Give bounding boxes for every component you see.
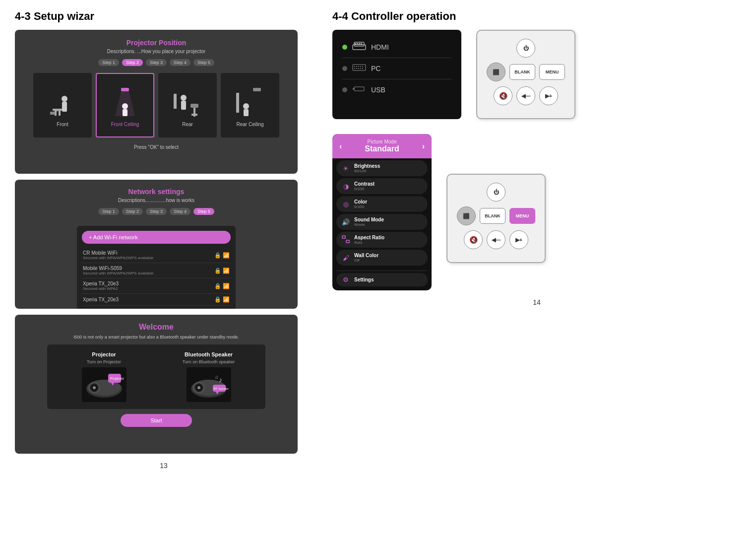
svg-point-33	[197, 386, 200, 389]
front-ceiling-icon	[110, 84, 140, 119]
add-wifi-label: + Add Wi-Fi network	[89, 234, 138, 240]
wifi-item-1[interactable]: CR Mobile WiFi Secured with WPA/WPA2WPS …	[82, 248, 231, 263]
pic-item-color[interactable]: ◎ Color 0/100	[336, 196, 428, 212]
aspect-ratio-icon	[341, 235, 350, 245]
aspect-ratio-name: Aspect Ratio	[354, 235, 423, 240]
pc-dot	[342, 66, 347, 71]
remote2-mute-button[interactable]: 🔇	[464, 230, 483, 249]
svg-rect-13	[191, 114, 197, 116]
hdmi-item-usb[interactable]: USB	[342, 79, 451, 100]
pic-item-settings[interactable]: ⚙ Settings	[336, 273, 428, 286]
sound-mode-value: Movie	[354, 222, 423, 227]
proj-pos-rear-label: Rear	[182, 122, 193, 127]
pic-item-wall-color[interactable]: 🖌 Wall Color Off	[336, 250, 428, 266]
right-top: HDMI	[332, 30, 741, 119]
remote2-source-button[interactable]: ⬛	[457, 206, 476, 225]
remote1-source-button[interactable]: ⬛	[487, 63, 505, 81]
proj-pos-front[interactable]: Front	[33, 73, 92, 137]
remote1-menu-button[interactable]: MENU	[539, 64, 565, 80]
add-wifi-button[interactable]: + Add Wi-Fi network	[82, 231, 231, 244]
svg-rect-54	[360, 68, 361, 69]
screen3-welcome: Welcome i500 is not only a smart project…	[15, 315, 298, 454]
step4-pill[interactable]: Step 4	[170, 59, 190, 66]
svg-rect-41	[355, 43, 356, 45]
remote-2: ⏻ ⬛ BLANK MENU 🔇 ◀— ▶+	[446, 174, 546, 263]
pic-mode-label: Picture Mode	[365, 139, 399, 144]
pic-item-sound-mode[interactable]: 🔊 Sound Mode Movie	[336, 214, 428, 230]
svg-point-17	[243, 103, 249, 109]
svg-rect-42	[357, 43, 358, 45]
svg-rect-52	[356, 68, 357, 69]
remote1-blank-button[interactable]: BLANK	[509, 64, 535, 80]
wifi-item-4[interactable]: Xperia TX_20e3 🔒 📶	[82, 294, 231, 306]
proj-pos-front-ceiling[interactable]: Front Ceiling	[96, 73, 154, 137]
pic-divider	[336, 271, 428, 271]
hdmi-item-pc[interactable]: PC	[342, 58, 451, 79]
remote2-vol-up-button[interactable]: ▶+	[509, 230, 528, 249]
step1-pill[interactable]: Step 1	[98, 59, 119, 66]
svg-rect-44	[361, 43, 362, 45]
welcome-panel: Projector Turn on Projector	[47, 344, 265, 409]
pic-item-contrast[interactable]: ◑ Contrast 0/100	[336, 178, 428, 194]
usb-dot	[342, 87, 347, 92]
step3-pill[interactable]: Step 3	[146, 59, 167, 66]
remote2-menu-button[interactable]: MENU	[509, 208, 535, 224]
page-number-right: 14	[332, 298, 741, 306]
press-ok-text: Press "OK" to select	[134, 144, 179, 150]
wifi-icons-4: 🔒 📶	[214, 296, 230, 303]
section-title-right: 4-4 Controller operation	[332, 10, 741, 23]
remote2-power-button[interactable]: ⏻	[487, 183, 505, 202]
usb-icon	[352, 84, 366, 95]
pic-item-aspect-ratio[interactable]: Aspect Ratio Auto	[336, 232, 428, 248]
color-name: Color	[354, 199, 423, 205]
svg-rect-15	[181, 101, 186, 110]
welcome-col-bt: Bluetooth Speaker Turn on Bluetooth spea…	[159, 351, 258, 402]
remote2-blank-button[interactable]: BLANK	[480, 208, 505, 224]
pic-item-brightness[interactable]: ☀ Brightness 60/100	[336, 160, 428, 176]
step5-pill[interactable]: Step 5	[193, 59, 214, 66]
wall-color-value: Off	[354, 258, 423, 263]
s2-step4[interactable]: Step 4	[170, 208, 190, 215]
left-half: 4-3 Setup wizar Projector Position Descr…	[15, 10, 322, 538]
start-button[interactable]: Start	[121, 414, 191, 427]
remote1-power-button[interactable]: ⏻	[516, 39, 535, 58]
sound-mode-icon: 🔊	[341, 218, 350, 226]
remote1-mute-button[interactable]: 🔇	[494, 86, 512, 105]
col2-title: Bluetooth Speaker	[185, 351, 233, 357]
hdmi-panel: HDMI	[332, 30, 461, 119]
right-half: 4-4 Controller operation	[322, 10, 741, 538]
wifi-item-3[interactable]: Xperia TX_20e3 Secured with WPA2 🔒 📶	[82, 278, 231, 294]
contrast-name: Contrast	[354, 181, 423, 187]
screen2-desc: Descriptions...............how is works	[118, 198, 194, 203]
contrast-content: Contrast 0/100	[354, 181, 423, 191]
remote-controls-area: ⏻ ⬛ BLANK MENU 🔇 ◀— ▶+	[476, 30, 575, 119]
svg-marker-10	[115, 91, 135, 116]
pic-nav-left[interactable]: ‹	[339, 142, 342, 151]
step-indicators-screen1: Step 1 Step 2 Step 3 Step 4 Step 5	[98, 59, 214, 66]
s2-step5[interactable]: Step 5	[193, 208, 214, 215]
svg-rect-51	[354, 68, 355, 69]
proj-pos-front-label: Front	[57, 122, 68, 127]
svg-rect-16	[174, 94, 177, 109]
wizard-screens: Projector Position Descriptions. ...How …	[15, 30, 313, 454]
proj-pos-rear[interactable]: Rear	[158, 73, 217, 137]
remote1-vol-down-button[interactable]: ◀—	[516, 86, 535, 105]
s2-step1[interactable]: Step 1	[98, 208, 119, 215]
proj-pos-rear-ceiling[interactable]: Rear Ceiling	[221, 73, 279, 137]
step2-pill[interactable]: Step 2	[122, 59, 143, 66]
svg-rect-45	[353, 65, 366, 70]
pic-nav-right[interactable]: ›	[422, 142, 425, 151]
hdmi-item-hdmi[interactable]: HDMI	[342, 37, 451, 58]
svg-point-3	[62, 96, 67, 102]
wifi-item-2[interactable]: Mobile WiFi-S059 Secured with WPA/WPA2WP…	[82, 263, 231, 278]
s2-step3[interactable]: Step 3	[146, 208, 167, 215]
svg-rect-47	[356, 66, 357, 67]
remote-1: ⏻ ⬛ BLANK MENU 🔇 ◀— ▶+	[476, 30, 575, 119]
aspect-ratio-content: Aspect Ratio Auto	[354, 235, 423, 245]
screen1-projector-position: Projector Position Descriptions. ...How …	[15, 30, 298, 174]
remote2-vol-down-button[interactable]: ◀—	[487, 230, 505, 249]
s2-step2[interactable]: Step 2	[122, 208, 143, 215]
remote1-vol-up-button[interactable]: ▶+	[539, 86, 558, 105]
wifi-name-3: Xperia TX_20e3	[83, 281, 119, 286]
contrast-value: 0/100	[354, 187, 423, 191]
